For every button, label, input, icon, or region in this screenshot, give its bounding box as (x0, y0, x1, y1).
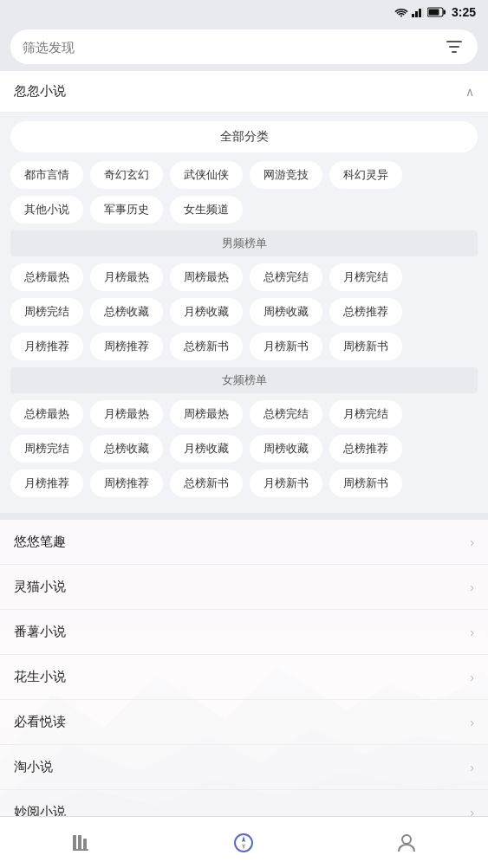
list-item-youyou[interactable]: 悠悠笔趣 › (0, 520, 488, 565)
search-input[interactable] (23, 40, 443, 55)
nav-item-bookshelf[interactable] (55, 832, 107, 854)
f-yuebang-wanjie[interactable]: 月榜完结 (329, 400, 402, 428)
svg-marker-22 (242, 844, 245, 850)
list-item-label-fanshu: 番薯小说 (14, 624, 66, 640)
svg-point-23 (402, 835, 411, 844)
cat-btn-qitaxiaoshuo[interactable]: 其他小说 (10, 196, 83, 223)
f-zhoubang-zure[interactable]: 周榜最热 (170, 400, 243, 428)
cat-btn-kehuan[interactable]: 科幻灵异 (329, 161, 402, 189)
f-yuebang-shoucang[interactable]: 月榜收藏 (170, 435, 243, 463)
m-zhoubang-xinshu[interactable]: 周榜新书 (329, 333, 402, 360)
f-zhoubang-shoucang[interactable]: 周榜收藏 (250, 435, 322, 463)
female-row-2: 周榜完结 总榜收藏 月榜收藏 周榜收藏 总榜推荐 (10, 435, 478, 463)
categories-area: 全部分类 都市言情 奇幻玄幻 武侠仙侠 网游竞技 科幻灵异 其他小说 军事历史 … (0, 113, 488, 513)
main-content: 忽忽小说 ∧ 全部分类 都市言情 奇幻玄幻 武侠仙侠 网游竞技 科幻灵异 其他小… (0, 71, 488, 868)
svg-rect-1 (415, 11, 418, 17)
section-huyou: 忽忽小说 ∧ 全部分类 都市言情 奇幻玄幻 武侠仙侠 网游竞技 科幻灵异 其他小… (0, 71, 488, 513)
svg-marker-21 (242, 836, 245, 842)
f-zongbang-tuijian[interactable]: 总榜推荐 (329, 435, 402, 463)
svg-rect-7 (446, 41, 462, 42)
signal-icon (412, 7, 424, 17)
other-cats-row: 其他小说 军事历史 女生频道 (10, 196, 478, 223)
list-item-huasheng[interactable]: 花生小说 › (0, 655, 488, 700)
list-item-fanshu[interactable]: 番薯小说 › (0, 610, 488, 655)
chevron-right-icon-taoxiaoshuo: › (470, 761, 474, 774)
chevron-up-icon: ∧ (465, 85, 474, 99)
m-zhoubang-tuijian[interactable]: 周榜推荐 (90, 333, 163, 360)
main-cats-row: 都市言情 奇幻玄幻 武侠仙侠 网游竞技 科幻灵异 (10, 161, 478, 189)
m-zongbang-xinshu[interactable]: 总榜新书 (170, 333, 243, 360)
cat-btn-dushiyanqing[interactable]: 都市言情 (10, 161, 83, 189)
male-row-1: 总榜最热 月榜最热 周榜最热 总榜完结 月榜完结 (10, 263, 478, 291)
female-row-3: 月榜推荐 周榜推荐 总榜新书 月榜新书 周榜新书 (10, 470, 478, 497)
list-item-label-bikan: 必看悦读 (14, 714, 66, 730)
time-display: 3:25 (452, 5, 476, 19)
svg-rect-8 (449, 46, 459, 48)
f-zhoubang-wanjie[interactable]: 周榜完结 (10, 435, 83, 463)
cat-btn-wangyoujingji[interactable]: 网游竞技 (250, 161, 322, 189)
m-zhoubang-wanjie[interactable]: 周榜完结 (10, 298, 83, 326)
list-item-label-huasheng: 花生小说 (14, 669, 66, 685)
chevron-right-icon-huasheng: › (470, 670, 474, 684)
f-zongbang-zure[interactable]: 总榜最热 (10, 400, 83, 428)
search-bar (10, 29, 478, 64)
all-categories-btn[interactable]: 全部分类 (10, 121, 478, 152)
svg-rect-9 (452, 51, 457, 53)
list-item-taoxiaoshuo[interactable]: 淘小说 › (0, 745, 488, 790)
m-zongbang-wanjie[interactable]: 总榜完结 (250, 263, 322, 291)
f-zhoubang-xinshu[interactable]: 周榜新书 (329, 470, 402, 497)
m-yuebang-tuijian[interactable]: 月榜推荐 (10, 333, 83, 360)
m-yuebang-xinshu[interactable]: 月榜新书 (250, 333, 322, 360)
chevron-right-icon-lingmao: › (470, 580, 474, 594)
svg-rect-0 (412, 14, 414, 17)
f-zhoubang-tuijian[interactable]: 周榜推荐 (90, 470, 163, 497)
m-zongbang-shoucang[interactable]: 总榜收藏 (90, 298, 163, 326)
cat-btn-nvshenpin[interactable]: 女生频道 (170, 196, 243, 223)
nav-item-discover[interactable] (218, 832, 270, 854)
m-zongbang-zure[interactable]: 总榜最热 (10, 263, 83, 291)
f-zongbang-wanjie[interactable]: 总榜完结 (250, 400, 322, 428)
m-zhoubang-shoucang[interactable]: 周榜收藏 (250, 298, 322, 326)
svg-rect-17 (78, 835, 81, 851)
male-row-2: 周榜完结 总榜收藏 月榜收藏 周榜收藏 总榜推荐 (10, 298, 478, 326)
f-yuebang-xinshu[interactable]: 月榜新书 (250, 470, 322, 497)
nav-item-profile[interactable] (381, 832, 433, 854)
list-item-label-taoxiaoshuo: 淘小说 (14, 759, 53, 775)
f-yuebang-tuijian[interactable]: 月榜推荐 (10, 470, 83, 497)
m-zongbang-tuijian[interactable]: 总榜推荐 (329, 298, 402, 326)
list-item-bikan[interactable]: 必看悦读 › (0, 700, 488, 745)
cat-btn-junshilishi[interactable]: 军事历史 (90, 196, 163, 223)
chevron-right-icon-youyou: › (470, 535, 474, 549)
m-yuebang-shoucang[interactable]: 月榜收藏 (170, 298, 243, 326)
svg-rect-5 (443, 10, 446, 15)
f-zongbang-shoucang[interactable]: 总榜收藏 (90, 435, 163, 463)
discover-icon (232, 832, 255, 854)
m-zhoubang-zure[interactable]: 周榜最热 (170, 263, 243, 291)
battery-icon (427, 7, 446, 17)
m-yuebang-zure[interactable]: 月榜最热 (90, 263, 163, 291)
male-section-label: 男频榜单 (10, 230, 478, 256)
f-zongbang-xinshu[interactable]: 总榜新书 (170, 470, 243, 497)
svg-rect-16 (73, 835, 76, 851)
filter-icon[interactable] (443, 36, 465, 58)
chevron-right-icon-bikan: › (470, 716, 474, 729)
status-icons: 3:25 (394, 5, 476, 19)
cat-btn-qihuanxuanhuan[interactable]: 奇幻玄幻 (90, 161, 163, 189)
section-huyou-header[interactable]: 忽忽小说 ∧ (0, 71, 488, 113)
svg-rect-2 (419, 9, 421, 17)
cat-btn-wuxiaxianxia[interactable]: 武侠仙侠 (170, 161, 243, 189)
m-yuebang-wanjie[interactable]: 月榜完结 (329, 263, 402, 291)
svg-rect-3 (422, 7, 424, 17)
male-row-3: 月榜推荐 周榜推荐 总榜新书 月榜新书 周榜新书 (10, 333, 478, 360)
list-item-label-lingmao: 灵猫小说 (14, 579, 66, 595)
chevron-right-icon-fanshu: › (470, 625, 474, 639)
f-yuebang-zure[interactable]: 月榜最热 (90, 400, 163, 428)
profile-icon (395, 832, 418, 854)
svg-rect-19 (83, 839, 87, 851)
bottom-nav (0, 816, 488, 868)
bookshelf-icon (70, 832, 93, 854)
list-item-label-youyou: 悠悠笔趣 (14, 534, 66, 550)
status-bar: 3:25 (0, 0, 488, 24)
list-item-lingmao[interactable]: 灵猫小说 › (0, 565, 488, 610)
section-huyou-title: 忽忽小说 (14, 83, 66, 100)
